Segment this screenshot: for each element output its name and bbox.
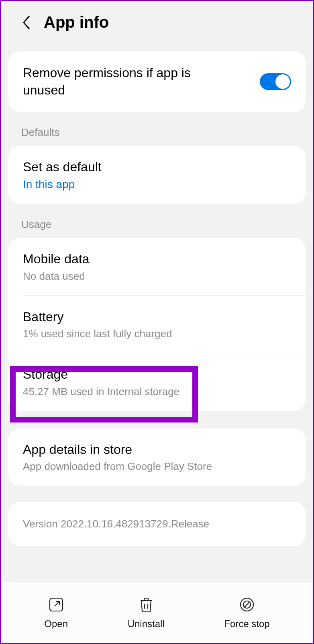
battery-title: Battery <box>23 309 291 326</box>
usage-section-label: Usage <box>1 204 313 238</box>
app-details-row[interactable]: App details in store App downloaded from… <box>8 429 306 486</box>
defaults-card: Set as default In this app <box>8 146 306 204</box>
storage-subtitle: 45.27 MB used in Internal storage <box>23 386 291 398</box>
open-label: Open <box>44 618 68 630</box>
open-icon <box>47 596 65 613</box>
permissions-toggle[interactable] <box>260 73 291 90</box>
set-default-row[interactable]: Set as default In this app <box>8 146 306 204</box>
remove-permissions-row[interactable]: Remove permissions if app is unused <box>8 51 306 112</box>
storage-row[interactable]: Storage 45.27 MB used in Internal storag… <box>8 353 306 411</box>
svg-line-1 <box>55 601 59 606</box>
remove-permissions-label: Remove permissions if app is unused <box>23 64 224 99</box>
stop-icon <box>238 596 256 613</box>
app-details-title: App details in store <box>23 441 291 458</box>
bottom-bar: Open Uninstall Force stop <box>2 582 312 643</box>
version-text: Version 2022.10.16.482913729.Release <box>23 518 291 530</box>
uninstall-button[interactable]: Uninstall <box>128 596 165 630</box>
mobile-data-row[interactable]: Mobile data No data used <box>8 238 306 295</box>
trash-icon <box>137 596 155 613</box>
svg-line-6 <box>244 602 250 607</box>
storage-title: Storage <box>23 366 291 383</box>
set-default-title: Set as default <box>23 159 291 176</box>
battery-row[interactable]: Battery 1% used since last fully charged <box>8 296 306 353</box>
store-card: App details in store App downloaded from… <box>8 429 306 486</box>
back-icon[interactable] <box>21 14 32 31</box>
mobile-data-title: Mobile data <box>23 251 291 268</box>
page-title: App info <box>44 13 109 31</box>
usage-card: Mobile data No data used Battery 1% used… <box>8 238 306 411</box>
force-stop-button[interactable]: Force stop <box>224 596 269 630</box>
app-details-subtitle: App downloaded from Google Play Store <box>23 460 291 473</box>
set-default-subtitle: In this app <box>23 178 291 191</box>
version-card: Version 2022.10.16.482913729.Release <box>8 502 306 546</box>
open-button[interactable]: Open <box>44 596 68 630</box>
defaults-section-label: Defaults <box>1 112 313 146</box>
battery-subtitle: 1% used since last fully charged <box>23 328 291 340</box>
permissions-card: Remove permissions if app is unused <box>8 51 306 112</box>
uninstall-label: Uninstall <box>128 618 165 630</box>
force-stop-label: Force stop <box>224 618 269 630</box>
header: App info <box>1 1 313 51</box>
mobile-data-subtitle: No data used <box>23 270 291 283</box>
toggle-knob <box>275 74 290 89</box>
